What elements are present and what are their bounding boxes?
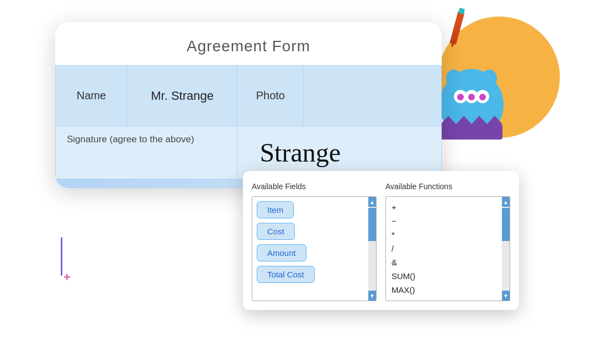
- available-functions-title: Available Functions: [385, 182, 510, 191]
- field-chip-cost[interactable]: Cost: [257, 223, 295, 240]
- function-multiply[interactable]: *: [391, 229, 504, 240]
- functions-scrollbar-thumb[interactable]: [502, 208, 510, 241]
- signature-text: Strange: [248, 132, 430, 173]
- functions-scrollbar-down[interactable]: ▼: [502, 291, 510, 301]
- scrollbar-thumb[interactable]: [368, 208, 376, 241]
- functions-list-wrapper: + − * / & SUM() MAX() ▲ ▼: [385, 196, 510, 301]
- function-ampersand[interactable]: &: [391, 256, 504, 268]
- function-minus[interactable]: −: [391, 215, 504, 227]
- functions-section: Available Functions + − * / & SUM() MAX(…: [381, 182, 510, 301]
- fields-section: Available Fields Item Cost Amount Total …: [252, 182, 381, 301]
- functions-list: + − * / & SUM() MAX(): [386, 197, 510, 301]
- scrollbar-down-arrow[interactable]: ▼: [368, 291, 376, 301]
- field-chip-amount[interactable]: Amount: [257, 244, 306, 261]
- form-title: Agreement Form: [55, 22, 442, 65]
- svg-rect-10: [441, 124, 502, 140]
- function-plus[interactable]: +: [391, 201, 504, 213]
- field-chip-total-cost[interactable]: Total Cost: [257, 266, 315, 283]
- name-value: Mr. Strange: [127, 66, 237, 126]
- functions-scrollbar[interactable]: ▲ ▼: [502, 197, 510, 301]
- table-row-name-photo: Name Mr. Strange Photo: [56, 66, 442, 126]
- function-sum[interactable]: SUM(): [391, 270, 504, 282]
- pink-plus-decoration: +: [63, 270, 71, 285]
- form-card: Agreement Form Name Mr. Strange Photo Si…: [55, 22, 442, 188]
- functions-scrollbar-up[interactable]: ▲: [502, 197, 510, 207]
- svg-point-9: [479, 94, 486, 100]
- name-label: Name: [56, 66, 128, 126]
- pen-eraser: [458, 8, 465, 14]
- fields-scrollbar[interactable]: ▲ ▼: [368, 197, 376, 301]
- available-fields-title: Available Fields: [252, 182, 377, 191]
- svg-point-7: [457, 94, 464, 100]
- function-divide[interactable]: /: [391, 243, 504, 254]
- field-chip-item[interactable]: Item: [257, 201, 294, 218]
- photo-cell: [304, 66, 442, 126]
- monster-character: [433, 55, 521, 165]
- fields-panel: Available Fields Item Cost Amount Total …: [243, 171, 519, 310]
- blue-vertical-line: [61, 237, 62, 276]
- function-max[interactable]: MAX(): [391, 284, 504, 296]
- photo-label: Photo: [237, 66, 304, 126]
- scrollbar-up-arrow[interactable]: ▲: [368, 197, 376, 207]
- fields-list[interactable]: Item Cost Amount Total Cost: [252, 197, 376, 301]
- svg-point-8: [468, 94, 475, 100]
- signature-label: Signature (agree to the above): [56, 126, 237, 179]
- fields-list-wrapper: Item Cost Amount Total Cost ▲ ▼: [252, 196, 377, 301]
- form-table: Name Mr. Strange Photo Signature (agree …: [55, 65, 442, 179]
